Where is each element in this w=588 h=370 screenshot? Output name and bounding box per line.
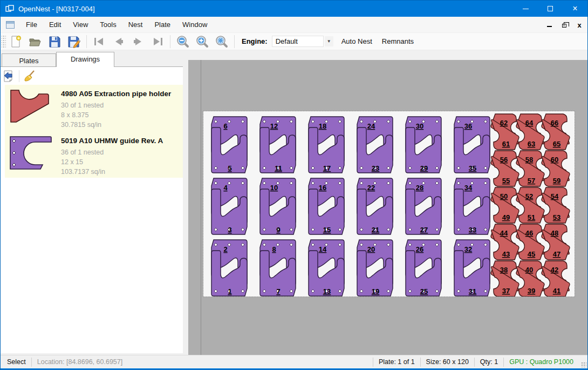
red-part-pair[interactable]: 4645	[516, 224, 544, 260]
purple-part-pair[interactable]: 21	[211, 240, 247, 296]
red-part-pair[interactable]: 4443	[491, 224, 519, 260]
svg-text:10: 10	[270, 184, 278, 192]
purple-part-pair[interactable]: 2827	[406, 178, 441, 234]
open-button[interactable]	[25, 34, 45, 49]
menu-item-window[interactable]: Window	[176, 18, 213, 31]
red-part-pair[interactable]: 6059	[542, 151, 570, 186]
purple-part-pair[interactable]: 2019	[357, 240, 393, 296]
mdi-minimize-button[interactable]	[545, 21, 553, 29]
canvas-top-gap	[188, 50, 587, 60]
svg-text:25: 25	[420, 287, 428, 295]
red-part-pair[interactable]: 5857	[516, 151, 544, 186]
zoom-in-icon	[196, 35, 209, 48]
purple-part-pair[interactable]: 3635	[454, 117, 490, 173]
mdi-close-button[interactable]: x	[576, 21, 583, 29]
purple-part-pair[interactable]: 43	[211, 178, 247, 234]
first-plate-button[interactable]	[90, 34, 109, 49]
close-button[interactable]: ×	[563, 1, 587, 17]
red-part-pair[interactable]: 5049	[491, 187, 519, 223]
red-part-pair[interactable]: 4039	[516, 261, 544, 297]
purple-part-pair[interactable]: 1615	[309, 178, 344, 234]
clear-drawings-button[interactable]	[22, 69, 38, 84]
previous-plate-button[interactable]	[109, 34, 128, 49]
svg-text:66: 66	[551, 119, 558, 127]
drawing-area: 103.7137 sq/in	[61, 167, 163, 177]
purple-part-pair[interactable]: 3433	[454, 178, 490, 234]
svg-text:7: 7	[276, 287, 280, 295]
resize-grip[interactable]	[581, 362, 586, 367]
plate-size-status: Size: 60 x 120	[421, 358, 474, 366]
remove-drawing-button[interactable]	[1, 69, 17, 84]
save-icon	[48, 35, 61, 48]
purple-part-pair[interactable]: 2625	[406, 240, 441, 296]
nest-layout: 6512111817242330293635431091615222128273…	[203, 111, 575, 297]
red-part-pair[interactable]: 6463	[516, 114, 544, 150]
svg-text:43: 43	[502, 250, 510, 258]
drawing-item-2[interactable]: 5019 A10 UHMW guide Rev. A 36 of 1 neste…	[5, 132, 183, 179]
mdi-restore-button[interactable]	[560, 21, 568, 29]
svg-text:22: 22	[367, 184, 375, 192]
svg-text:20: 20	[367, 245, 375, 253]
red-part-pair[interactable]: 5251	[516, 187, 544, 223]
save-button[interactable]	[45, 34, 64, 49]
purple-part-pair[interactable]: 3231	[454, 240, 490, 296]
broom-icon	[23, 70, 36, 83]
menu-item-edit[interactable]: Edit	[43, 18, 67, 31]
toolbar-grip[interactable]	[2, 35, 6, 49]
purple-part-pair[interactable]: 2423	[357, 117, 393, 173]
drawing-item-1[interactable]: 4980 A05 Extraction pipe holder 30 of 1 …	[5, 85, 183, 132]
purple-part-pair[interactable]: 109	[260, 178, 296, 234]
svg-text:26: 26	[416, 245, 423, 253]
svg-text:4: 4	[223, 184, 228, 192]
tab-drawings[interactable]: Drawings	[56, 52, 114, 67]
purple-part-pair[interactable]: 65	[211, 117, 247, 173]
svg-text:39: 39	[528, 287, 535, 295]
next-plate-button[interactable]	[128, 34, 148, 49]
purple-part-pair[interactable]: 2221	[357, 178, 393, 234]
red-part-pair[interactable]: 6665	[542, 114, 570, 150]
engine-combobox[interactable]: Default	[272, 36, 324, 47]
menu-item-view[interactable]: View	[67, 18, 94, 31]
app-icon	[5, 4, 14, 13]
red-part-pair[interactable]: 4847	[542, 224, 570, 260]
zoom-extents-button[interactable]	[212, 34, 231, 49]
engine-dropdown-button[interactable]: ▼	[325, 36, 333, 46]
svg-text:11: 11	[275, 164, 282, 172]
left-panel: Plates Drawings	[1, 50, 188, 355]
nest-canvas[interactable]: 6512111817242330293635431091615222128273…	[188, 60, 587, 355]
red-part-pair[interactable]: 4241	[542, 261, 570, 297]
window-bottom-border	[1, 368, 587, 369]
maximize-button[interactable]	[538, 1, 563, 17]
last-plate-button[interactable]	[148, 34, 167, 49]
menu-item-tools[interactable]: Tools	[94, 18, 122, 31]
menu-item-file[interactable]: File	[20, 18, 43, 31]
red-part-pair[interactable]: 6261	[491, 114, 519, 150]
red-part-pair[interactable]: 3837	[491, 261, 519, 297]
red-part-pair[interactable]: 5655	[491, 151, 519, 186]
title-bar: OpenNest - [N0317-004] ×	[1, 1, 587, 17]
purple-part-pair[interactable]: 3029	[406, 117, 441, 173]
zoom-in-button[interactable]	[193, 34, 212, 49]
menu-item-nest[interactable]: Nest	[122, 18, 149, 31]
drawing-area: 30.7815 sq/in	[61, 120, 171, 130]
menu-item-plate[interactable]: Plate	[148, 18, 176, 31]
auto-nest-button[interactable]: Auto Nest	[337, 34, 377, 49]
zoom-out-icon	[176, 35, 189, 48]
save-as-button[interactable]	[64, 34, 84, 49]
plate-sheet[interactable]: 6512111817242330293635431091615222128273…	[203, 111, 575, 297]
tab-plates[interactable]: Plates	[2, 53, 56, 67]
zoom-out-button[interactable]	[173, 34, 193, 49]
purple-part-pair[interactable]: 1413	[309, 240, 344, 296]
toolbar-separator	[234, 35, 235, 48]
close-icon: ×	[572, 4, 577, 13]
remnants-button[interactable]: Remnants	[377, 34, 419, 49]
purple-part-pair[interactable]: 1211	[260, 117, 296, 173]
main-toolbar: Engine: Default ▼ Auto Nest Remnants	[1, 33, 587, 50]
red-part-pair[interactable]: 5453	[542, 187, 570, 223]
drawing-nested-count: 36 of 1 nested	[61, 147, 163, 157]
purple-part-pair[interactable]: 1817	[309, 117, 344, 173]
purple-part-pair[interactable]: 87	[260, 240, 296, 296]
minimize-button[interactable]	[513, 1, 538, 17]
next-arrow-icon	[132, 35, 145, 48]
new-file-button[interactable]	[6, 34, 25, 49]
